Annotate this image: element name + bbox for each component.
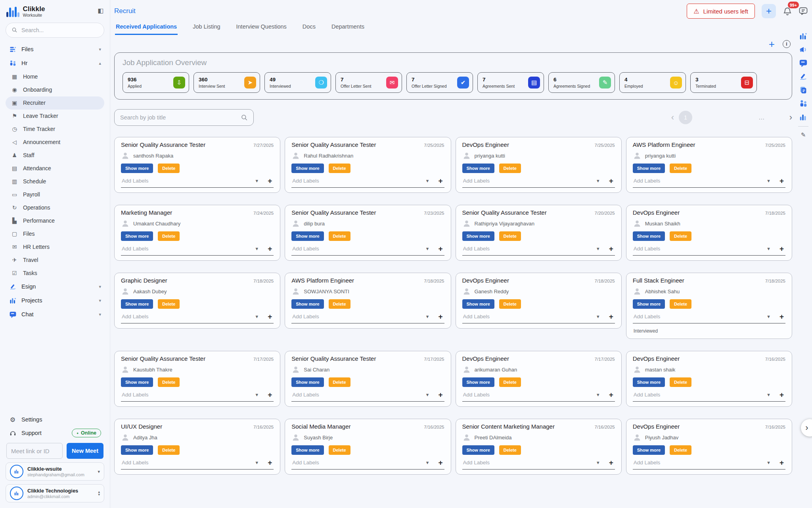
add-labels-input[interactable] (634, 460, 768, 466)
limited-users-button[interactable]: ⚠ Limited users left (687, 4, 755, 19)
sidebar-subitem[interactable]: ◁ Announcement (6, 136, 104, 149)
add-label-button[interactable]: + (609, 391, 613, 398)
sidebar-subitem[interactable]: ▦ Home (6, 70, 104, 83)
delete-button[interactable]: Delete (329, 445, 350, 455)
sidebar-item-support[interactable]: Support ● Online (6, 426, 104, 440)
sidebar-item-esign[interactable]: Esign ▾ (6, 280, 104, 294)
show-more-button[interactable]: Show more (291, 445, 324, 455)
rail-charts-icon[interactable] (799, 113, 808, 121)
delete-button[interactable]: Delete (499, 377, 521, 387)
add-labels-input[interactable] (122, 178, 256, 184)
add-labels-input[interactable] (463, 314, 597, 319)
add-label-button[interactable]: + (268, 177, 272, 185)
sidebar-subitem[interactable]: ▣ Recruiter (6, 96, 104, 110)
delete-button[interactable]: Delete (670, 377, 691, 387)
rail-megaphone-icon[interactable] (799, 45, 808, 54)
sidebar-item-projects[interactable]: Projects ▾ (6, 294, 104, 308)
add-label-button[interactable]: + (438, 459, 442, 466)
show-more-button[interactable]: Show more (633, 445, 665, 455)
rail-hr-icon[interactable] (799, 99, 808, 108)
add-labels-input[interactable] (292, 460, 426, 466)
add-labels-input[interactable] (634, 178, 768, 184)
collapse-sidebar-icon[interactable]: ◧ (98, 7, 103, 14)
add-label-button[interactable]: + (779, 177, 784, 185)
rail-files-icon[interactable] (799, 86, 808, 94)
sidebar-subitem[interactable]: ↻ Operations (6, 201, 104, 214)
delete-button[interactable]: Delete (158, 445, 180, 455)
labels-dropdown-icon[interactable]: ▾ (426, 246, 429, 252)
labels-dropdown-icon[interactable]: ▾ (597, 460, 599, 466)
add-labels-input[interactable] (292, 314, 426, 319)
sidebar-search[interactable] (6, 23, 104, 38)
show-more-button[interactable]: Show more (291, 231, 324, 241)
show-more-button[interactable]: Show more (462, 164, 494, 173)
delete-button[interactable]: Delete (158, 377, 180, 387)
labels-dropdown-icon[interactable]: ▾ (426, 178, 429, 184)
info-icon[interactable]: i (783, 40, 791, 48)
add-label-button[interactable]: + (268, 313, 272, 320)
labels-dropdown-icon[interactable]: ▾ (256, 460, 259, 466)
labels-dropdown-icon[interactable]: ▾ (426, 392, 429, 398)
pagination-next-icon[interactable]: › (789, 112, 792, 123)
add-labels-input[interactable] (122, 392, 256, 398)
sidebar-item-chat[interactable]: Chat ▾ (6, 308, 104, 321)
job-title-search[interactable] (114, 109, 254, 126)
sidebar-subitem[interactable]: ✉ HR Letters (6, 241, 104, 254)
show-more-button[interactable]: Show more (121, 445, 153, 455)
labels-dropdown-icon[interactable]: ▾ (767, 178, 770, 184)
add-labels-input[interactable] (634, 246, 768, 252)
labels-dropdown-icon[interactable]: ▾ (256, 246, 259, 252)
show-more-button[interactable]: Show more (121, 231, 153, 241)
add-labels-input[interactable] (292, 246, 426, 252)
labels-dropdown-icon[interactable]: ▾ (767, 314, 770, 319)
tab-interview-questions[interactable]: Interview Questions (236, 20, 287, 35)
add-label-button[interactable]: + (609, 459, 613, 466)
pagination-page-1[interactable]: 1 (679, 111, 692, 124)
show-more-button[interactable]: Show more (462, 445, 494, 455)
job-title-search-input[interactable] (120, 114, 241, 121)
delete-button[interactable]: Delete (499, 445, 521, 455)
delete-button[interactable]: Delete (499, 299, 521, 309)
tab-departments[interactable]: Departments (331, 20, 365, 35)
add-label-button[interactable]: + (268, 245, 272, 252)
add-label-button[interactable]: + (268, 391, 272, 398)
sidebar-subitem[interactable]: ♟ Staff (6, 149, 104, 162)
show-more-button[interactable]: Show more (121, 299, 153, 309)
add-labels-input[interactable] (463, 246, 597, 252)
add-label-button[interactable]: + (779, 245, 784, 252)
delete-button[interactable]: Delete (329, 377, 350, 387)
add-label-button[interactable]: + (609, 177, 613, 185)
show-more-button[interactable]: Show more (462, 377, 494, 387)
show-more-button[interactable]: Show more (462, 231, 494, 241)
meet-link-input[interactable] (6, 443, 63, 459)
sidebar-subitem[interactable]: ◷ Time Tracker (6, 123, 104, 136)
sidebar-subitem[interactable]: ▤ Attendance (6, 162, 104, 175)
add-labels-input[interactable] (463, 460, 597, 466)
sidebar-subitem[interactable]: ⚑ Leave Tracker (6, 110, 104, 123)
add-label-button[interactable]: + (779, 391, 784, 398)
delete-button[interactable]: Delete (329, 299, 350, 309)
add-labels-input[interactable] (122, 314, 256, 319)
labels-dropdown-icon[interactable]: ▾ (767, 246, 770, 252)
add-label-button[interactable]: + (438, 245, 442, 252)
labels-dropdown-icon[interactable]: ▾ (767, 460, 770, 466)
add-labels-input[interactable] (463, 178, 597, 184)
add-button[interactable]: + (762, 4, 776, 18)
add-label-button[interactable]: + (268, 459, 272, 466)
add-label-button[interactable]: + (438, 391, 442, 398)
labels-dropdown-icon[interactable]: ▾ (426, 314, 429, 319)
sidebar-subitem[interactable]: ◉ Onboarding (6, 83, 104, 96)
labels-dropdown-icon[interactable]: ▾ (256, 392, 259, 398)
rail-chat-icon[interactable] (799, 59, 808, 67)
show-more-button[interactable]: Show more (633, 231, 665, 241)
labels-dropdown-icon[interactable]: ▾ (256, 178, 259, 184)
labels-dropdown-icon[interactable]: ▾ (597, 246, 599, 252)
account-switcher-org[interactable]: Clikkle Technologies admin@clikkmail.com… (6, 484, 104, 502)
delete-button[interactable]: Delete (499, 231, 521, 241)
add-labels-input[interactable] (634, 314, 768, 319)
show-more-button[interactable]: Show more (291, 377, 324, 387)
show-more-button[interactable]: Show more (633, 299, 665, 309)
new-meet-button[interactable]: New Meet (67, 443, 103, 459)
show-more-button[interactable]: Show more (633, 164, 665, 173)
delete-button[interactable]: Delete (670, 299, 691, 309)
